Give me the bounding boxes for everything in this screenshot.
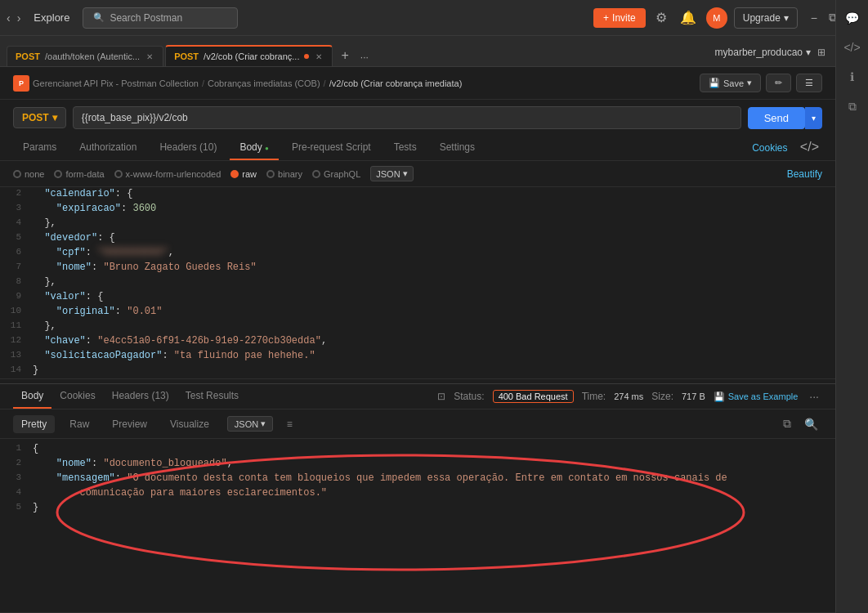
res-tab-headers[interactable]: Headers (13) bbox=[104, 384, 177, 409]
beautify-button[interactable]: Beautify bbox=[787, 168, 822, 180]
workspace-action-icon[interactable]: ⊞ bbox=[814, 43, 829, 61]
code-line-6: 6 "cpf": "XXXXXXXXXX", bbox=[0, 246, 835, 261]
layers-icon[interactable]: ⧉ bbox=[843, 95, 861, 119]
request-code-editor[interactable]: 2 "calendario": { 3 "expiracao": 3600 4 … bbox=[0, 187, 835, 383]
urlencoded-radio bbox=[114, 170, 123, 178]
avatar-icon[interactable]: M bbox=[706, 7, 727, 29]
invite-icon: + bbox=[603, 12, 609, 24]
tab-headers[interactable]: Headers (10) bbox=[150, 136, 226, 160]
res-tab-body[interactable]: Body bbox=[13, 384, 51, 409]
upgrade-chevron-icon: ▾ bbox=[784, 12, 789, 24]
settings-icon[interactable]: ⚙ bbox=[652, 7, 670, 29]
save-example-label: Save as Example bbox=[728, 392, 799, 401]
json-format-label: JSON bbox=[376, 169, 400, 179]
res-body-tab-visualize[interactable]: Visualize bbox=[162, 415, 217, 433]
tab-params[interactable]: Params bbox=[13, 136, 66, 160]
cookies-button[interactable]: Cookies bbox=[752, 136, 787, 159]
search-icon: 🔍 bbox=[93, 12, 105, 23]
res-code-line-5: 5 } bbox=[0, 501, 835, 516]
response-body-tabs: Pretty Raw Preview Visualize JSON ▾ ≡ ⧉ … bbox=[0, 409, 835, 439]
tab-oauth[interactable]: POST /oauth/token (Autentic... ✕ bbox=[7, 46, 163, 66]
body-type-bar: none form-data x-www-form-urlencoded raw… bbox=[0, 161, 835, 187]
res-body-tab-preview[interactable]: Preview bbox=[104, 415, 155, 433]
tab-settings[interactable]: Settings bbox=[430, 136, 485, 160]
response-section: Body Cookies Headers (13) Test Results ⊡… bbox=[0, 383, 835, 613]
send-button[interactable]: Send bbox=[748, 107, 805, 129]
add-tab-button[interactable]: + bbox=[334, 45, 355, 66]
tab-authorization[interactable]: Authorization bbox=[69, 136, 146, 160]
status-encoding-icon: ⊡ bbox=[437, 391, 445, 402]
side-panel: 💬 </> ℹ ⧉ bbox=[835, 0, 868, 613]
invite-button[interactable]: + Invite bbox=[593, 8, 646, 28]
res-code-line-3: 3 "mensagem": "O documento desta conta t… bbox=[0, 472, 835, 486]
tab-tests[interactable]: Tests bbox=[384, 136, 427, 160]
search-placeholder: Search Postman bbox=[110, 12, 182, 24]
tab-close-icon-2[interactable]: ✕ bbox=[315, 52, 322, 61]
explore-button[interactable]: Explore bbox=[27, 8, 76, 27]
tab-more-button[interactable]: ··· bbox=[357, 48, 372, 66]
breadcrumb-folder[interactable]: Cobranças imediatas (COB) bbox=[208, 78, 320, 88]
graphql-radio bbox=[312, 170, 320, 178]
upgrade-button[interactable]: Upgrade ▾ bbox=[734, 7, 798, 29]
description-button[interactable]: ☰ bbox=[796, 74, 822, 92]
req-tab-right: Cookies </> bbox=[752, 136, 822, 159]
code-snippet-icon[interactable]: </> bbox=[797, 136, 822, 158]
code-line-13: 13 "solicitacaoPagador": "ta fluindo pae… bbox=[0, 349, 835, 364]
status-badge: 400 Bad Request bbox=[493, 390, 574, 403]
response-tab-bar: Body Cookies Headers (13) Test Results ⊡… bbox=[0, 383, 835, 409]
res-tab-cookies[interactable]: Cookies bbox=[51, 384, 103, 409]
code-line-9: 9 "valor": { bbox=[0, 290, 835, 305]
explore-label: Explore bbox=[34, 11, 69, 24]
method-select[interactable]: POST ▾ bbox=[13, 107, 66, 128]
nav-forward-icon: › bbox=[17, 11, 21, 25]
tab-cob[interactable]: POST /v2/cob (Criar cobranç... ✕ bbox=[165, 45, 333, 66]
save-icon: 💾 bbox=[709, 78, 720, 88]
form-data-radio bbox=[54, 170, 62, 178]
tab-body[interactable]: Body ● bbox=[230, 136, 279, 160]
code-line-11: 11 }, bbox=[0, 320, 835, 334]
code-line-14: 14 } bbox=[0, 364, 835, 378]
top-right-actions: + Invite ⚙ 🔔 M Upgrade ▾ − ⧉ ✕ bbox=[593, 7, 861, 29]
body-type-raw[interactable]: raw bbox=[230, 169, 257, 179]
urlencoded-label: x-www-form-urlencoded bbox=[126, 169, 221, 179]
response-code-editor[interactable]: 1 { 2 "nome": "documento_bloqueado", 3 "… bbox=[0, 439, 835, 613]
tab-path-label: /oauth/token (Autentic... bbox=[45, 51, 140, 61]
info-icon[interactable]: ℹ bbox=[845, 65, 859, 88]
body-type-form-data[interactable]: form-data bbox=[54, 169, 104, 179]
res-body-tab-raw[interactable]: Raw bbox=[61, 415, 97, 433]
tab-pre-request[interactable]: Pre-request Script bbox=[282, 136, 381, 160]
tab-method-label-2: POST bbox=[174, 51, 199, 61]
request-body-section: 2 "calendario": { 3 "expiracao": 3600 4 … bbox=[0, 187, 835, 383]
binary-label: binary bbox=[278, 169, 302, 179]
tab-bar: POST /oauth/token (Autentic... ✕ POST /v… bbox=[0, 36, 835, 67]
json-format-select[interactable]: JSON ▾ bbox=[370, 166, 413, 181]
res-body-tab-pretty[interactable]: Pretty bbox=[13, 415, 55, 433]
workspace-name: mybarber_producao bbox=[715, 47, 803, 58]
bell-icon[interactable]: 🔔 bbox=[677, 7, 700, 29]
send-label: Send bbox=[764, 112, 789, 124]
edit-button[interactable]: ✏ bbox=[766, 74, 791, 92]
search-bar[interactable]: 🔍 Search Postman bbox=[83, 7, 238, 29]
url-input[interactable] bbox=[73, 106, 741, 129]
comment-icon[interactable]: 💬 bbox=[840, 7, 864, 29]
body-type-binary[interactable]: binary bbox=[266, 169, 302, 179]
breadcrumb-sep-2: / bbox=[324, 78, 326, 88]
code-icon[interactable]: </> bbox=[839, 36, 865, 59]
save-button[interactable]: 💾 Save ▾ bbox=[700, 74, 761, 92]
tab-close-icon[interactable]: ✕ bbox=[146, 52, 153, 61]
minimize-button[interactable]: − bbox=[808, 9, 821, 26]
response-status-info: ⊡ Status: 400 Bad Request Time: 274 ms S… bbox=[437, 388, 822, 405]
body-type-none[interactable]: none bbox=[13, 169, 44, 179]
breadcrumb-collection[interactable]: Gerencianet API Pix - Postman Collection bbox=[33, 78, 199, 88]
search-response-button[interactable]: 🔍 bbox=[800, 414, 822, 433]
body-type-urlencoded[interactable]: x-www-form-urlencoded bbox=[114, 169, 221, 179]
code-line-12: 12 "chave": "e4cc51a0-6f91-426b-91e9-227… bbox=[0, 334, 835, 349]
send-dropdown-button[interactable]: ▾ bbox=[805, 107, 822, 129]
body-type-graphql[interactable]: GraphQL bbox=[312, 169, 360, 179]
binary-radio bbox=[266, 170, 275, 178]
copy-response-button[interactable]: ⧉ bbox=[779, 414, 795, 433]
res-tab-test-results[interactable]: Test Results bbox=[177, 384, 247, 409]
save-example-button[interactable]: 💾 Save as Example bbox=[714, 392, 799, 402]
more-options-button[interactable]: ··· bbox=[806, 388, 822, 405]
res-format-select[interactable]: JSON ▾ bbox=[227, 416, 273, 432]
